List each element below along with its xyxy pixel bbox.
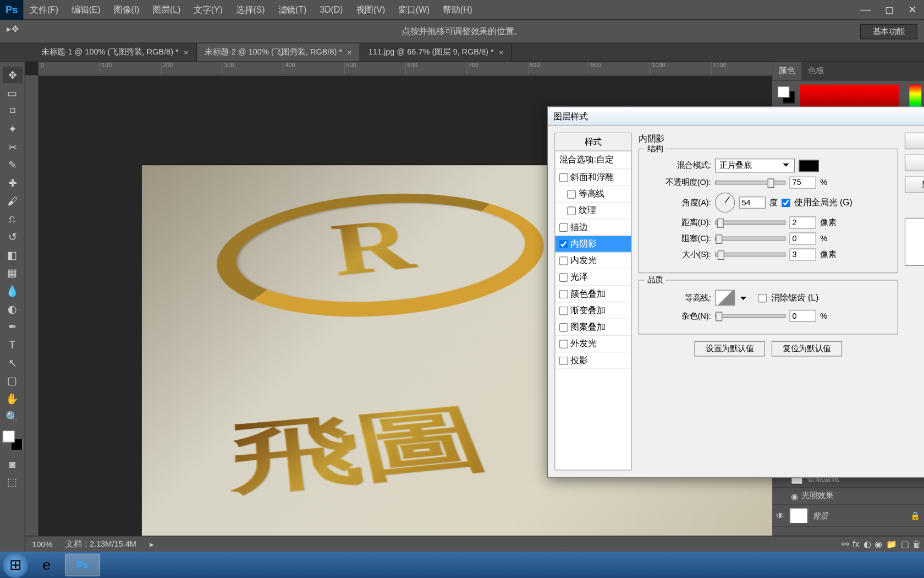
style-drop-shadow[interactable]: 投影 [555, 352, 631, 369]
doc-info[interactable]: 文档：2.13M/15.4M [65, 538, 136, 550]
distance-slider[interactable] [715, 221, 785, 225]
layer-effect[interactable]: ◉光照效果 [772, 488, 924, 505]
set-default-button[interactable]: 设置为默认值 [694, 341, 765, 357]
opacity-slider[interactable] [715, 181, 785, 184]
menu-filter[interactable]: 滤镜(T) [272, 4, 314, 16]
color-swatches[interactable] [2, 430, 22, 450]
crop-tool[interactable]: ✂ [2, 139, 22, 155]
swatches-tab[interactable]: 色板 [801, 62, 831, 80]
style-bevel[interactable]: 斜面和浮雕 [555, 169, 631, 186]
style-stroke[interactable]: 描边 [555, 219, 631, 236]
blend-mode-select[interactable]: 正片叠底⏷ [715, 159, 795, 172]
dodge-tool[interactable]: ◐ [2, 301, 22, 317]
new-style-button[interactable]: 新建样式(W)... [905, 177, 924, 193]
noise-slider[interactable] [715, 314, 785, 318]
angle-dial[interactable] [715, 193, 735, 212]
workspace-switcher[interactable]: 基本功能 [860, 24, 917, 39]
style-texture[interactable]: 纹理 [555, 203, 631, 219]
fx-icon[interactable]: fx [853, 539, 859, 549]
text-tool[interactable]: T [2, 336, 22, 353]
hand-tool[interactable]: ✋ [2, 390, 22, 407]
menu-image[interactable]: 图像(I) [107, 4, 146, 16]
dialog-titlebar[interactable]: 图层样式 ✕ [548, 107, 924, 126]
size-input[interactable] [790, 248, 816, 260]
color-swatch[interactable] [799, 160, 818, 172]
path-tool[interactable]: ↖ [2, 355, 22, 371]
menu-file[interactable]: 文件(F) [23, 4, 65, 16]
marquee-tool[interactable]: ▭ [2, 85, 22, 101]
ok-button[interactable]: 确定 [905, 133, 924, 149]
styles-header[interactable]: 样式 [555, 133, 631, 151]
menu-3d[interactable]: 3D(D) [313, 4, 349, 14]
cancel-button[interactable]: 取消 [905, 155, 924, 171]
menu-select[interactable]: 选择(S) [229, 4, 272, 16]
menu-view[interactable]: 视图(V) [350, 4, 392, 16]
opacity-input[interactable] [790, 177, 816, 189]
layer-row[interactable]: 👁背景🔒 [772, 505, 924, 527]
menu-edit[interactable]: 编辑(E) [65, 4, 107, 16]
new-icon[interactable]: ▢ [901, 539, 909, 549]
size-slider[interactable] [715, 253, 785, 257]
style-satin[interactable]: 光泽 [555, 269, 631, 286]
doc-tab-3[interactable]: 111.jpg @ 66.7% (图层 9, RGB/8) *× [360, 43, 512, 62]
mask-icon[interactable]: ◐ [864, 539, 871, 549]
color-tab[interactable]: 颜色 [772, 62, 801, 80]
shape-tool[interactable]: ▢ [2, 373, 22, 389]
style-inner-glow[interactable]: 内发光 [555, 253, 631, 269]
trash-icon[interactable]: 🗑 [912, 539, 921, 549]
distance-input[interactable] [790, 216, 816, 228]
blend-options[interactable]: 混合选项:自定 [555, 151, 631, 170]
minimize-icon[interactable]: — [854, 1, 877, 18]
eraser-tool[interactable]: ◧ [2, 247, 22, 263]
style-color-overlay[interactable]: 颜色叠加 [555, 286, 631, 302]
menu-window[interactable]: 窗口(W) [392, 4, 436, 16]
ps-taskbar-button[interactable]: Ps [65, 554, 100, 576]
noise-input[interactable] [790, 310, 816, 322]
heal-tool[interactable]: ✚ [2, 175, 22, 191]
blur-tool[interactable]: 💧 [2, 282, 22, 299]
close-icon[interactable]: × [184, 48, 188, 57]
eyedropper-tool[interactable]: ✎ [2, 156, 22, 173]
stamp-tool[interactable]: ⎌ [2, 210, 22, 227]
close-icon[interactable]: × [348, 48, 352, 57]
close-icon[interactable]: ✕ [901, 1, 924, 18]
history-brush-tool[interactable]: ↺ [2, 228, 22, 245]
screenmode-tool[interactable]: ⬚ [2, 474, 22, 490]
close-icon[interactable]: × [499, 48, 503, 57]
brush-tool[interactable]: 🖌 [2, 193, 22, 209]
lasso-tool[interactable]: ⌑ [2, 102, 22, 119]
menu-help[interactable]: 帮助(H) [436, 4, 479, 16]
link-icon[interactable]: ⚯ [842, 539, 849, 549]
menu-type[interactable]: 文字(Y) [187, 4, 229, 16]
style-gradient-overlay[interactable]: 渐变叠加 [555, 303, 631, 319]
app-logo: Ps [0, 0, 23, 20]
maximize-icon[interactable]: ◻ [877, 1, 900, 18]
pen-tool[interactable]: ✒ [2, 319, 22, 335]
zoom-tool[interactable]: 🔍 [2, 408, 22, 425]
doc-tab-1[interactable]: 未标题-1 @ 100% (飞图秀装, RGB/8) *× [34, 43, 197, 62]
style-outer-glow[interactable]: 外发光 [555, 336, 631, 352]
global-light-check[interactable] [782, 198, 790, 207]
antialias-check[interactable] [758, 293, 767, 302]
ie-button[interactable]: e [29, 554, 64, 576]
contour-picker[interactable] [715, 290, 735, 306]
start-button[interactable]: ⊞ [3, 552, 28, 577]
reset-default-button[interactable]: 复位为默认值 [772, 341, 842, 357]
folder-icon[interactable]: 📁 [886, 539, 897, 549]
doc-tab-2[interactable]: 未标题-2 @ 100% (飞图秀装, RGB/8) *× [197, 43, 360, 62]
gradient-tool[interactable]: ▦ [2, 265, 22, 281]
quickmask-tool[interactable]: ◙ [2, 456, 22, 472]
choke-slider[interactable] [715, 237, 785, 241]
style-pattern-overlay[interactable]: 图案叠加 [555, 319, 631, 336]
wand-tool[interactable]: ✦ [2, 121, 22, 137]
choke-input[interactable] [790, 232, 816, 244]
angle-input[interactable] [739, 197, 766, 209]
menu-layer[interactable]: 图层(L) [146, 4, 187, 16]
visibility-icon[interactable]: 👁 [776, 511, 785, 521]
style-inner-shadow[interactable]: 内阴影 [555, 236, 631, 252]
zoom-level[interactable]: 100% [32, 539, 52, 549]
fg-bg-swatch[interactable] [778, 86, 795, 103]
style-contour[interactable]: 等高线 [555, 186, 631, 203]
move-tool[interactable]: ✥ [2, 67, 22, 83]
adjust-icon[interactable]: ◉ [875, 539, 882, 549]
